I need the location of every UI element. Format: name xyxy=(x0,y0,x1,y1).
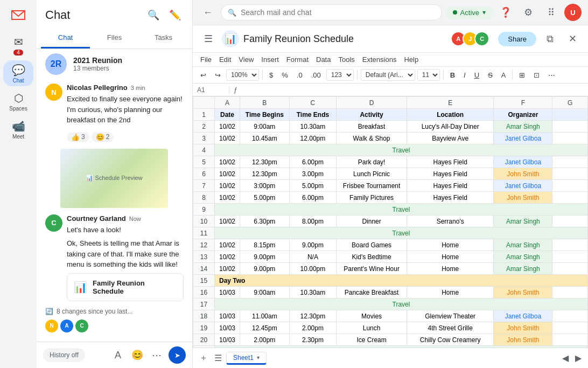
table-cell[interactable]: 10/02 xyxy=(215,263,240,275)
col-e-header[interactable]: E xyxy=(407,97,494,109)
table-cell-travel[interactable]: Travel xyxy=(215,298,588,310)
table-cell[interactable]: Bayview Ave xyxy=(407,133,494,144)
table-cell[interactable]: 10.30am xyxy=(289,121,336,133)
borders-button[interactable]: ⊡ xyxy=(530,70,543,81)
table-cell[interactable]: Amar Singh xyxy=(494,263,552,275)
more-options-button[interactable]: ⋯ xyxy=(148,346,165,364)
currency-button[interactable]: $ xyxy=(266,70,276,81)
table-cell[interactable]: 3:00pm xyxy=(240,180,289,192)
menu-edit[interactable]: Edit xyxy=(216,54,234,65)
decimal2-button[interactable]: .00 xyxy=(308,70,324,81)
table-cell[interactable]: John Smith xyxy=(494,334,552,346)
scroll-tabs-left[interactable]: ◀ xyxy=(560,351,571,365)
menu-tools[interactable]: Tools xyxy=(335,54,358,65)
table-cell[interactable]: 10.45am xyxy=(240,133,289,144)
table-cell[interactable]: Park day! xyxy=(337,156,407,168)
sidebar-item-spaces[interactable]: ⬡ Spaces xyxy=(3,88,33,114)
table-cell[interactable] xyxy=(552,334,588,346)
percent-button[interactable]: % xyxy=(278,70,291,81)
attached-schedule-card[interactable]: 📊 Family Reunion Schedule xyxy=(67,273,184,301)
table-cell[interactable] xyxy=(552,109,588,121)
table-cell[interactable]: 10/03 xyxy=(215,287,240,298)
table-cell[interactable]: Serrano's xyxy=(407,216,494,227)
table-cell[interactable]: Time Begins xyxy=(240,109,289,121)
table-cell[interactable] xyxy=(552,192,588,204)
tab-chat[interactable]: Chat xyxy=(41,28,90,48)
table-cell[interactable]: Date xyxy=(215,109,240,121)
scroll-tabs-right[interactable]: ▶ xyxy=(573,351,584,365)
menu-insert[interactable]: Insert xyxy=(258,54,282,65)
col-f-header[interactable]: F xyxy=(494,97,552,109)
table-cell[interactable]: 8.00pm xyxy=(289,216,336,227)
table-cell[interactable]: Home xyxy=(407,239,494,251)
reaction-smile[interactable]: 😊 2 xyxy=(92,132,114,142)
table-cell[interactable]: Janet Gilboa xyxy=(494,133,552,144)
table-cell[interactable]: 2.00pm xyxy=(240,334,289,346)
table-cell[interactable]: 12.30pm xyxy=(240,156,289,168)
table-cell[interactable]: 8.15pm xyxy=(240,239,289,251)
table-cell[interactable]: Glenview Theater xyxy=(407,310,494,322)
number-format-select[interactable]: 123 xyxy=(326,69,354,81)
menu-data[interactable]: Data xyxy=(313,54,334,65)
sidebar-item-meet[interactable]: 📹 Meet xyxy=(3,116,33,142)
tab-tasks[interactable]: Tasks xyxy=(139,28,188,48)
table-cell[interactable]: Activity xyxy=(337,109,407,121)
strikethrough-button[interactable]: S xyxy=(485,70,496,81)
table-cell[interactable] xyxy=(552,216,588,227)
group-item-reunion[interactable]: 2R 2021 Reunion 13 members xyxy=(37,49,192,79)
table-cell[interactable]: John Smith xyxy=(494,168,552,180)
table-cell[interactable]: 11.00am xyxy=(240,310,289,322)
table-cell[interactable]: John Smith xyxy=(494,192,552,204)
table-cell[interactable]: Janet Gilboa xyxy=(494,180,552,192)
table-cell-day-label[interactable]: Day Two xyxy=(215,275,588,287)
italic-button[interactable]: I xyxy=(460,70,469,81)
table-cell[interactable]: Family Pictures xyxy=(337,192,407,204)
table-cell[interactable]: Parent's Wine Hour xyxy=(337,263,407,275)
menu-button[interactable]: ☰ xyxy=(199,30,218,48)
sidebar-item-mail[interactable]: ✉ 4 xyxy=(3,32,33,58)
table-cell[interactable] xyxy=(552,251,588,263)
decimal-button[interactable]: .0 xyxy=(293,70,306,81)
underline-button[interactable]: U xyxy=(471,70,482,81)
table-cell[interactable]: Janet Gilboa xyxy=(494,156,552,168)
settings-button[interactable]: ⚙ xyxy=(519,3,537,22)
redo-button[interactable]: ↪ xyxy=(212,70,224,81)
table-cell[interactable]: Home xyxy=(407,263,494,275)
table-cell[interactable]: Lunch xyxy=(337,322,407,334)
col-g-header[interactable]: G xyxy=(552,97,588,109)
table-cell[interactable]: Hayes Field xyxy=(407,192,494,204)
edit-chat-button[interactable]: ✏️ xyxy=(166,6,184,24)
table-cell[interactable]: 5.00pm xyxy=(289,180,336,192)
table-cell[interactable]: Lunch Picnic xyxy=(337,168,407,180)
bold-button[interactable]: B xyxy=(447,70,458,81)
send-message-button[interactable]: ➤ xyxy=(169,346,186,364)
table-cell[interactable]: 6.30pm xyxy=(240,216,289,227)
table-cell[interactable]: Location xyxy=(407,109,494,121)
table-cell[interactable]: 6.00pm xyxy=(289,192,336,204)
merge-cells-button[interactable]: ⊞ xyxy=(516,70,528,81)
table-cell[interactable]: 10/02 xyxy=(215,216,240,227)
help-button[interactable]: ❓ xyxy=(496,3,515,22)
table-cell[interactable]: 2.00pm xyxy=(289,322,336,334)
table-cell[interactable]: 12.30pm xyxy=(289,310,336,322)
history-off-button[interactable]: History off xyxy=(43,348,85,362)
table-cell[interactable]: Chilly Cow Creamery xyxy=(407,334,494,346)
table-cell[interactable] xyxy=(552,168,588,180)
col-a-header[interactable]: A xyxy=(215,97,240,109)
font-select[interactable]: Default (Ari... xyxy=(361,69,415,81)
col-b-header[interactable]: B xyxy=(240,97,289,109)
table-cell[interactable]: Ice Cream xyxy=(337,334,407,346)
table-cell[interactable]: 12.00pm xyxy=(289,133,336,144)
table-cell[interactable]: Janet Gilboa xyxy=(494,310,552,322)
menu-view[interactable]: View xyxy=(235,54,257,65)
col-c-header[interactable]: C xyxy=(289,97,336,109)
table-cell[interactable]: 12.45pm xyxy=(240,322,289,334)
close-sheet-button[interactable]: ✕ xyxy=(563,30,582,48)
table-cell[interactable]: 10/03 xyxy=(215,334,240,346)
table-cell[interactable]: John Smith xyxy=(494,287,552,298)
table-cell[interactable]: 10/02 xyxy=(215,121,240,133)
table-cell[interactable]: Home xyxy=(407,287,494,298)
table-cell[interactable]: Amar Singh xyxy=(494,251,552,263)
table-cell[interactable]: Hayes Field xyxy=(407,180,494,192)
table-cell[interactable]: Amar Singh xyxy=(494,216,552,227)
